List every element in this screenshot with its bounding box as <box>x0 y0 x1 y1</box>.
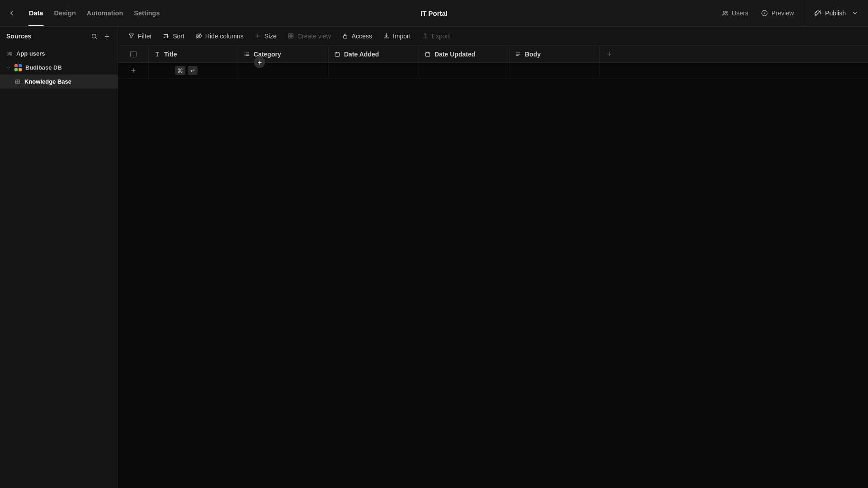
sort-button[interactable]: Sort <box>158 30 189 42</box>
add-source-button[interactable] <box>100 30 113 42</box>
sidebar-item-label: App users <box>16 50 45 57</box>
column-header-date-updated[interactable]: Date Updated <box>419 46 509 62</box>
plus-icon <box>257 60 263 66</box>
lock-icon <box>342 33 349 39</box>
toolbar-label: Hide columns <box>205 33 244 40</box>
chevron-down-icon[interactable] <box>6 66 11 70</box>
column-label: Category <box>254 51 281 58</box>
sort-icon <box>163 33 170 39</box>
toolbar-label: Export <box>432 33 450 40</box>
people-icon <box>722 9 729 17</box>
toolbar-label: Filter <box>138 33 152 40</box>
sidebar-title: Sources <box>6 33 88 40</box>
budibase-logo-icon <box>14 64 22 71</box>
column-header-row: Title Category Date Added Date Updated <box>118 46 868 63</box>
keyboard-hint: ⌘ ↵ <box>149 66 198 75</box>
list-icon <box>244 51 250 57</box>
toolbar-label: Size <box>264 33 277 40</box>
sidebar-item-label: Knowledge Base <box>24 78 71 85</box>
chevron-down-icon <box>852 10 858 16</box>
column-label: Body <box>525 51 541 58</box>
cell[interactable] <box>509 63 600 78</box>
export-button[interactable]: Export <box>417 30 454 42</box>
sidebar-item-budibase-db[interactable]: Budibase DB <box>0 61 118 75</box>
toolbar-label: Access <box>352 33 372 40</box>
table-toolbar: Filter Sort Hide columns Size Create vie… <box>118 27 868 46</box>
column-header-category[interactable]: Category <box>238 46 329 62</box>
column-label: Date Updated <box>434 51 475 58</box>
tab-label: Data <box>29 9 43 17</box>
cell[interactable] <box>329 63 419 78</box>
publish-button[interactable]: Publish <box>809 6 863 21</box>
sidebar: Sources App users Budibase DB Knowledge … <box>0 27 118 488</box>
add-column-button[interactable] <box>600 46 618 62</box>
users-label: Users <box>732 9 749 17</box>
tab-label: Automation <box>87 9 123 17</box>
hide-columns-button[interactable]: Hide columns <box>191 30 248 42</box>
grid-icon <box>288 33 294 39</box>
column-header-body[interactable]: Body <box>509 46 600 62</box>
export-icon <box>422 33 429 39</box>
arrow-left-icon <box>8 9 16 17</box>
import-button[interactable]: Import <box>378 30 415 42</box>
sources-tree: App users Budibase DB Knowledge Base <box>0 46 118 89</box>
cell[interactable] <box>419 63 509 78</box>
enter-key-pill: ↵ <box>188 66 198 75</box>
text-icon <box>154 51 160 57</box>
sidebar-item-knowledge-base[interactable]: Knowledge Base <box>0 75 118 89</box>
tab-label: Design <box>54 9 75 17</box>
app-title: IT Portal <box>420 9 448 17</box>
calendar-icon <box>425 51 431 57</box>
publish-label: Publish <box>825 9 846 17</box>
add-row-button[interactable] <box>118 63 149 78</box>
cloud-off-icon <box>814 9 822 17</box>
select-all-header[interactable] <box>118 46 149 62</box>
column-header-title[interactable]: Title <box>149 46 238 62</box>
back-button[interactable] <box>4 5 20 21</box>
people-icon <box>6 51 13 57</box>
calendar-icon <box>334 51 340 57</box>
main-nav-tabs: Data Design Automation Settings <box>24 0 165 26</box>
access-button[interactable]: Access <box>337 30 377 42</box>
tab-automation[interactable]: Automation <box>81 0 129 26</box>
column-label: Date Added <box>344 51 379 58</box>
cell[interactable] <box>238 63 329 78</box>
column-header-date-added[interactable]: Date Added <box>329 46 419 62</box>
tab-design[interactable]: Design <box>48 0 81 26</box>
table-icon <box>14 79 21 85</box>
tab-settings[interactable]: Settings <box>128 0 165 26</box>
filter-button[interactable]: Filter <box>123 30 156 42</box>
size-icon <box>255 33 261 39</box>
filter-icon <box>128 33 135 39</box>
size-button[interactable]: Size <box>250 30 281 42</box>
sidebar-item-label: Budibase DB <box>25 64 62 71</box>
tab-label: Settings <box>134 9 160 17</box>
add-row: ⌘ ↵ <box>118 63 868 79</box>
search-sources-button[interactable] <box>88 30 100 42</box>
checkbox[interactable] <box>130 51 137 57</box>
add-column-fab[interactable] <box>255 57 264 67</box>
column-label: Title <box>164 51 177 58</box>
search-icon <box>91 33 98 40</box>
nav-divider <box>805 0 805 27</box>
toolbar-label: Import <box>393 33 411 40</box>
toolbar-label: Sort <box>173 33 184 40</box>
play-icon <box>761 9 768 17</box>
import-icon <box>383 33 390 39</box>
add-row-title-cell[interactable]: ⌘ ↵ <box>149 63 238 78</box>
cmd-key-pill: ⌘ <box>175 66 185 75</box>
publish-chevron[interactable] <box>849 10 861 16</box>
plus-icon <box>130 67 137 74</box>
eye-off-icon <box>195 33 202 39</box>
create-view-button[interactable]: Create view <box>283 30 335 42</box>
sidebar-item-app-users[interactable]: App users <box>0 47 118 61</box>
plus-icon <box>104 33 110 40</box>
toolbar-label: Create view <box>297 33 331 40</box>
data-sheet: Title Category Date Added Date Updated <box>118 46 868 488</box>
longtext-icon <box>515 51 521 57</box>
users-button[interactable]: Users <box>716 6 754 20</box>
preview-button[interactable]: Preview <box>755 6 799 20</box>
preview-label: Preview <box>771 9 794 17</box>
tab-data[interactable]: Data <box>24 0 48 26</box>
plus-icon <box>606 51 613 57</box>
